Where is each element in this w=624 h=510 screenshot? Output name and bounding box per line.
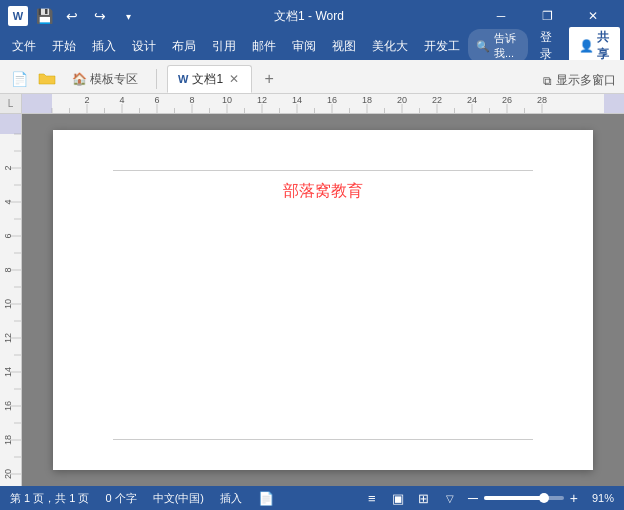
template-zone-tab[interactable]: 🏠 模板专区 bbox=[64, 65, 146, 93]
undo-button[interactable]: ↩ bbox=[60, 5, 84, 27]
tab-word-icon: W bbox=[178, 73, 188, 85]
menu-design[interactable]: 设计 bbox=[124, 34, 164, 59]
doc-tab-label: 文档1 bbox=[192, 71, 223, 88]
language[interactable]: 中文(中国) bbox=[153, 491, 204, 506]
tab-divider bbox=[156, 69, 157, 89]
doc-tab-1[interactable]: W 文档1 ✕ bbox=[167, 65, 252, 93]
status-right: ≡ ▣ ⊞ ▽ ─ + 91% bbox=[362, 489, 614, 507]
collapse-ribbon-button[interactable]: ▽ bbox=[440, 489, 460, 507]
char-count[interactable]: 0 个字 bbox=[105, 491, 136, 506]
main-area: 部落窝教育 bbox=[0, 114, 624, 486]
menu-layout[interactable]: 布局 bbox=[164, 34, 204, 59]
menu-beautify[interactable]: 美化大 bbox=[364, 34, 416, 59]
menu-review[interactable]: 审阅 bbox=[284, 34, 324, 59]
zoom-track[interactable] bbox=[484, 496, 564, 500]
menu-file[interactable]: 文件 bbox=[4, 34, 44, 59]
menu-home[interactable]: 开始 bbox=[44, 34, 84, 59]
windows-icon: ⧉ bbox=[543, 74, 552, 88]
tell-me-label: 告诉我... bbox=[494, 31, 520, 61]
ruler-corner[interactable]: L bbox=[0, 94, 22, 114]
redo-button[interactable]: ↪ bbox=[88, 5, 112, 27]
title-bar-left: W 💾 ↩ ↪ ▾ bbox=[8, 5, 140, 27]
track-changes-icon: 📄 bbox=[258, 491, 274, 506]
zoom-thumb[interactable] bbox=[539, 493, 549, 503]
window-title-text: 文档1 - Word bbox=[274, 9, 344, 23]
ruler-container-h: L bbox=[0, 94, 624, 114]
ruler-v-canvas bbox=[0, 114, 22, 486]
share-label: 共享 bbox=[597, 29, 610, 63]
insert-mode[interactable]: 插入 bbox=[220, 491, 242, 506]
new-document-button[interactable]: 📄 bbox=[8, 68, 30, 90]
zoom-fill bbox=[484, 496, 544, 500]
read-view-button[interactable]: ≡ bbox=[362, 489, 382, 507]
document-content[interactable]: 部落窝教育 bbox=[113, 181, 533, 441]
open-folder-button[interactable] bbox=[36, 68, 58, 90]
customize-qat-button[interactable]: ▾ bbox=[116, 5, 140, 27]
display-multi-label: 显示多窗口 bbox=[556, 72, 616, 89]
menu-insert[interactable]: 插入 bbox=[84, 34, 124, 59]
window-title: 文档1 - Word bbox=[140, 8, 478, 25]
template-zone-label: 模板专区 bbox=[90, 71, 138, 88]
display-multi-window-button[interactable]: ⧉ 显示多窗口 bbox=[543, 72, 616, 93]
print-layout-button[interactable]: ▣ bbox=[388, 489, 408, 507]
footer-line bbox=[113, 439, 533, 440]
word-app-icon: W bbox=[8, 6, 28, 26]
menu-developer[interactable]: 开发工 bbox=[416, 34, 468, 59]
menu-bar: 文件 开始 插入 设计 布局 引用 邮件 审阅 视图 美化大 开发工 🔍 告诉我… bbox=[0, 32, 624, 60]
tab-close-button[interactable]: ✕ bbox=[227, 72, 241, 86]
page-info[interactable]: 第 1 页，共 1 页 bbox=[10, 491, 89, 506]
menu-view[interactable]: 视图 bbox=[324, 34, 364, 59]
tab-bar-left: 📄 🏠 模板专区 W 文档1 ✕ + bbox=[8, 65, 280, 93]
menu-references[interactable]: 引用 bbox=[204, 34, 244, 59]
zoom-in-button[interactable]: + bbox=[568, 490, 580, 506]
zoom-slider: ─ + bbox=[466, 490, 580, 506]
document-viewport[interactable]: 部落窝教育 bbox=[22, 114, 624, 486]
menu-mailings[interactable]: 邮件 bbox=[244, 34, 284, 59]
ruler-vertical[interactable] bbox=[0, 114, 22, 486]
ruler-h-canvas bbox=[22, 94, 624, 114]
tell-me-box[interactable]: 🔍 告诉我... bbox=[468, 29, 528, 63]
person-icon: 👤 bbox=[579, 39, 594, 53]
doc-title[interactable]: 部落窝教育 bbox=[113, 181, 533, 202]
status-bar: 第 1 页，共 1 页 0 个字 中文(中国) 插入 📄 ≡ ▣ ⊞ ▽ ─ +… bbox=[0, 486, 624, 510]
new-tab-button[interactable]: + bbox=[258, 68, 280, 90]
zoom-percent[interactable]: 91% bbox=[586, 492, 614, 504]
tab-bar: 📄 🏠 模板专区 W 文档1 ✕ + ⧉ 显示多窗口 bbox=[0, 60, 624, 94]
zoom-out-button[interactable]: ─ bbox=[466, 490, 480, 506]
save-button[interactable]: 💾 bbox=[32, 5, 56, 27]
home-icon: 🏠 bbox=[72, 72, 87, 86]
search-icon: 🔍 bbox=[476, 40, 490, 53]
document-page[interactable]: 部落窝教育 bbox=[53, 130, 593, 470]
ruler-horizontal[interactable] bbox=[22, 94, 624, 114]
header-line bbox=[113, 170, 533, 171]
web-layout-button[interactable]: ⊞ bbox=[414, 489, 434, 507]
